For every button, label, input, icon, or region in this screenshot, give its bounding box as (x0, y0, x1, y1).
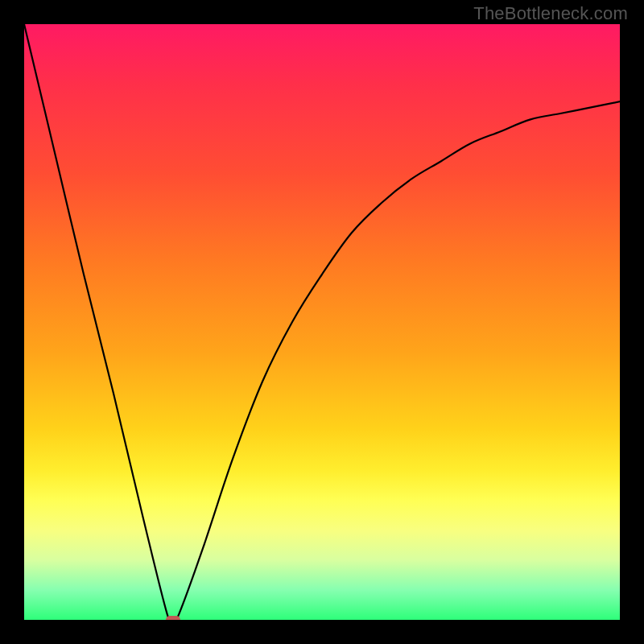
watermark-label: TheBottleneck.com (473, 3, 628, 24)
curve-min-marker (166, 616, 180, 620)
plot-area (24, 24, 620, 620)
chart-frame: TheBottleneck.com (0, 0, 644, 644)
bottleneck-curve (24, 24, 620, 620)
